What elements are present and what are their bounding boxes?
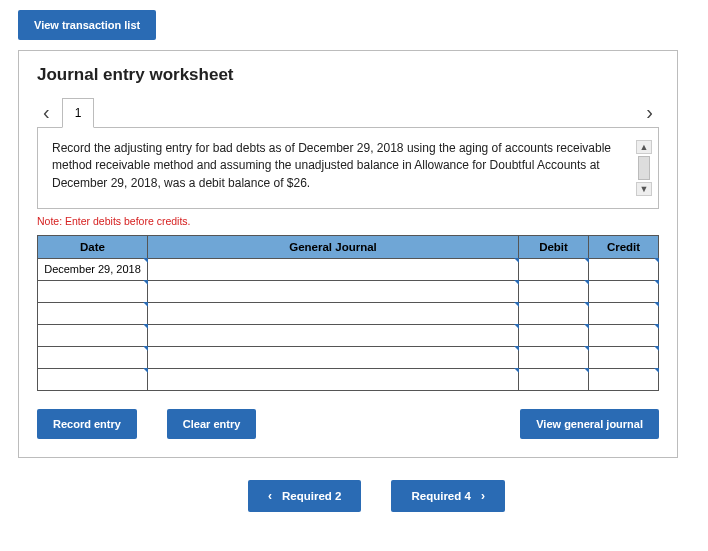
cell-debit[interactable]: [519, 281, 589, 303]
panel-title: Journal entry worksheet: [37, 65, 659, 85]
cell-date[interactable]: [38, 347, 148, 369]
instruction-box: Record the adjusting entry for bad debts…: [37, 127, 659, 209]
clear-entry-button[interactable]: Clear entry: [167, 409, 256, 439]
cell-credit[interactable]: [589, 303, 659, 325]
table-row: [38, 281, 659, 303]
cell-journal[interactable]: [148, 369, 519, 391]
record-entry-button[interactable]: Record entry: [37, 409, 137, 439]
cell-journal[interactable]: [148, 347, 519, 369]
col-journal: General Journal: [148, 236, 519, 259]
journal-tbody: December 29, 2018: [38, 259, 659, 391]
prev-required-button[interactable]: ‹ Required 2: [248, 480, 361, 512]
journal-table: Date General Journal Debit Credit Decemb…: [37, 235, 659, 391]
cell-journal[interactable]: [148, 325, 519, 347]
cell-date[interactable]: [38, 369, 148, 391]
worksheet-panel: Journal entry worksheet ‹ 1 › Record the…: [18, 50, 678, 458]
view-general-journal-button[interactable]: View general journal: [520, 409, 659, 439]
action-button-row: Record entry Clear entry View general jo…: [37, 409, 659, 439]
nav-row: ‹ Required 2 Required 4 ›: [18, 480, 708, 512]
cell-debit[interactable]: [519, 347, 589, 369]
cell-journal[interactable]: [148, 303, 519, 325]
cell-date[interactable]: [38, 281, 148, 303]
table-row: [38, 347, 659, 369]
cell-debit[interactable]: [519, 303, 589, 325]
scroll-up-icon[interactable]: ▲: [636, 140, 652, 154]
col-debit: Debit: [519, 236, 589, 259]
cell-credit[interactable]: [589, 325, 659, 347]
next-required-button[interactable]: Required 4 ›: [391, 480, 504, 512]
prev-label: Required 2: [282, 490, 341, 502]
tab-1[interactable]: 1: [62, 98, 95, 128]
cell-credit[interactable]: [589, 281, 659, 303]
cell-debit[interactable]: [519, 369, 589, 391]
cell-debit[interactable]: [519, 259, 589, 281]
next-label: Required 4: [411, 490, 470, 502]
cell-date[interactable]: [38, 325, 148, 347]
cell-credit[interactable]: [589, 347, 659, 369]
cell-debit[interactable]: [519, 325, 589, 347]
col-date: Date: [38, 236, 148, 259]
table-row: [38, 369, 659, 391]
cell-journal[interactable]: [148, 259, 519, 281]
scroll-track[interactable]: [638, 156, 650, 180]
tab-next-icon[interactable]: ›: [640, 97, 659, 128]
tab-prev-icon[interactable]: ‹: [37, 97, 56, 128]
note-text: Note: Enter debits before credits.: [37, 215, 659, 227]
table-row: [38, 303, 659, 325]
table-row: December 29, 2018: [38, 259, 659, 281]
cell-journal[interactable]: [148, 281, 519, 303]
table-row: [38, 325, 659, 347]
cell-date[interactable]: [38, 303, 148, 325]
view-transaction-list-button[interactable]: View transaction list: [18, 10, 156, 40]
instruction-text: Record the adjusting entry for bad debts…: [52, 140, 628, 192]
chevron-left-icon: ‹: [268, 489, 272, 503]
cell-credit[interactable]: [589, 369, 659, 391]
chevron-right-icon: ›: [481, 489, 485, 503]
scroll-down-icon[interactable]: ▼: [636, 182, 652, 196]
cell-credit[interactable]: [589, 259, 659, 281]
tabs-row: ‹ 1 ›: [37, 97, 659, 128]
cell-date[interactable]: December 29, 2018: [38, 259, 148, 281]
col-credit: Credit: [589, 236, 659, 259]
scroll-control: ▲ ▼: [636, 140, 652, 196]
